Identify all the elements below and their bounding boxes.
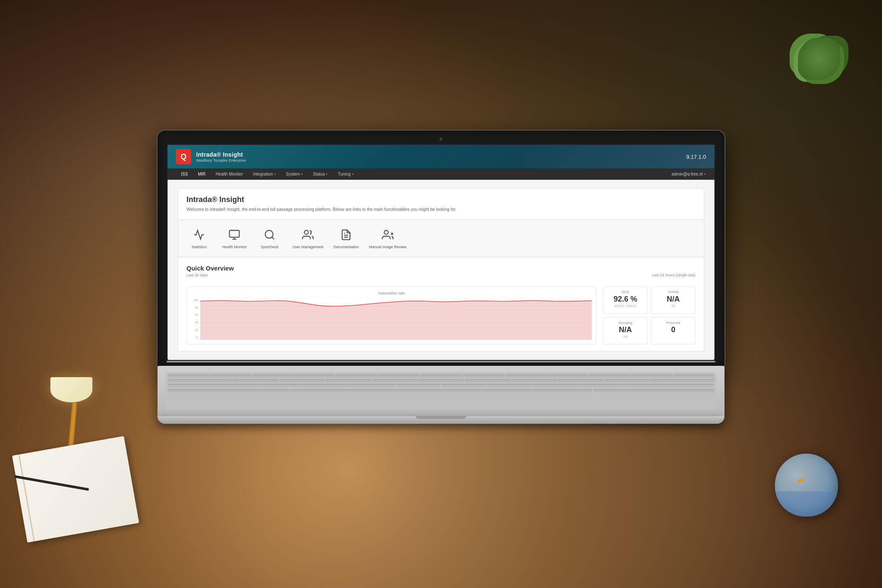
manual-image-review-label: Manual Image Review	[369, 245, 407, 250]
main-content: Intrada® Insight Welcome to Intrada® Ins…	[168, 180, 714, 360]
svg-rect-0	[229, 231, 239, 237]
ocr-label: OCR	[608, 290, 643, 294]
quick-links-section: Statistics Health	[178, 220, 704, 257]
spotcheck-label: Spotcheck	[261, 245, 278, 250]
y-label-40: 40	[191, 321, 200, 324]
tfpdb-label: TFPDB	[656, 290, 691, 294]
poisoned-label: Poisoned	[656, 321, 691, 325]
svg-line-4	[272, 237, 274, 239]
app-header: Q Intrada® Insight Westbury Turnpike Ent…	[168, 145, 714, 168]
nav-item-health-monitor[interactable]: Health Monitor	[210, 168, 248, 180]
stat-grouping: Grouping N/A 0/0	[603, 317, 648, 344]
q-logo: Q	[176, 149, 191, 164]
user-management-icon	[300, 227, 315, 242]
stats-cards: OCR 92.6 % 902531 / 903722 TFPDB N/A 0/0	[603, 286, 696, 344]
nav-item-iss[interactable]: ISS	[176, 168, 193, 180]
y-label-20: 20	[191, 328, 200, 331]
statistics-icon	[192, 227, 207, 242]
ocr-sub: 902531 / 903722	[608, 304, 643, 307]
stat-tfpdb: TFPDB N/A 0/0	[651, 286, 696, 314]
quick-link-statistics[interactable]: Statistics	[186, 227, 212, 250]
svg-point-8	[384, 231, 388, 234]
overview-period: Last 30 days	[186, 273, 208, 277]
y-label-60: 60	[191, 313, 200, 316]
y-label-0: 0	[191, 336, 200, 339]
nav-user[interactable]: admin@q-free.nl ▾	[672, 172, 706, 176]
page-title: Intrada® Insight	[186, 195, 696, 204]
app-title: Intrada® Insight	[196, 151, 246, 158]
y-label-100: 100	[191, 299, 200, 302]
grouping-label: Grouping	[608, 321, 643, 325]
quick-link-user-management[interactable]: User Management	[292, 227, 323, 250]
nav-item-mir[interactable]: MIR	[193, 168, 210, 180]
svg-point-5	[304, 231, 308, 234]
page-description: Welcome to Intrada® Insight, the end-to-…	[186, 206, 696, 213]
app-version: 9.17.1.0	[686, 154, 706, 160]
automation-rate-chart: Automation rate 100 80 60 40 20 0	[186, 286, 596, 344]
grouping-sub: 0/0	[608, 335, 643, 338]
quick-link-health-monitor[interactable]: Health Monitor	[222, 227, 247, 250]
chart-title: Automation rate	[191, 291, 592, 295]
stat-ocr: OCR 92.6 % 902531 / 903722	[603, 286, 648, 314]
page-title-section: Intrada® Insight Welcome to Intrada® Ins…	[178, 188, 704, 220]
health-monitor-icon	[227, 227, 242, 242]
quick-link-spotcheck[interactable]: Spotcheck	[257, 227, 282, 250]
nav-item-tuning[interactable]: Tuning ▾	[333, 168, 358, 180]
user-management-label: User Management	[292, 245, 323, 250]
quick-link-manual-image-review[interactable]: Manual Image Review	[369, 227, 407, 250]
statistics-label: Statistics	[192, 245, 207, 250]
nav-item-integration[interactable]: Integration ▾	[248, 168, 281, 180]
overview-stats-period: Last 24 hours (single-stat)	[652, 273, 696, 277]
app-subtitle: Westbury Turnpike Enterprise	[196, 158, 246, 163]
tfpdb-sub: 0/0	[656, 304, 691, 307]
quick-link-documentation[interactable]: Documentation	[333, 227, 359, 250]
overview-title: Quick Overview	[186, 265, 696, 272]
manual-image-review-icon	[380, 227, 395, 242]
tfpdb-value: N/A	[656, 295, 691, 304]
y-label-80: 80	[191, 306, 200, 309]
svg-point-3	[265, 231, 273, 239]
health-monitor-label: Health Monitor	[222, 245, 247, 250]
nav-item-status[interactable]: Status ▾	[308, 168, 333, 180]
grouping-value: N/A	[608, 326, 643, 334]
stat-poisoned: Poisoned 0	[651, 317, 696, 344]
poisoned-value: 0	[656, 326, 691, 334]
ocr-value: 92.6 %	[608, 295, 643, 304]
documentation-label: Documentation	[333, 245, 359, 250]
overview-section: Quick Overview Last 30 days Last 24 hour…	[178, 258, 704, 352]
nav-item-system[interactable]: System ▾	[281, 168, 308, 180]
documentation-icon	[339, 227, 354, 242]
main-nav: ISS MIR Health Monitor Integration ▾ Sys…	[168, 168, 714, 180]
spotcheck-icon	[262, 227, 277, 242]
